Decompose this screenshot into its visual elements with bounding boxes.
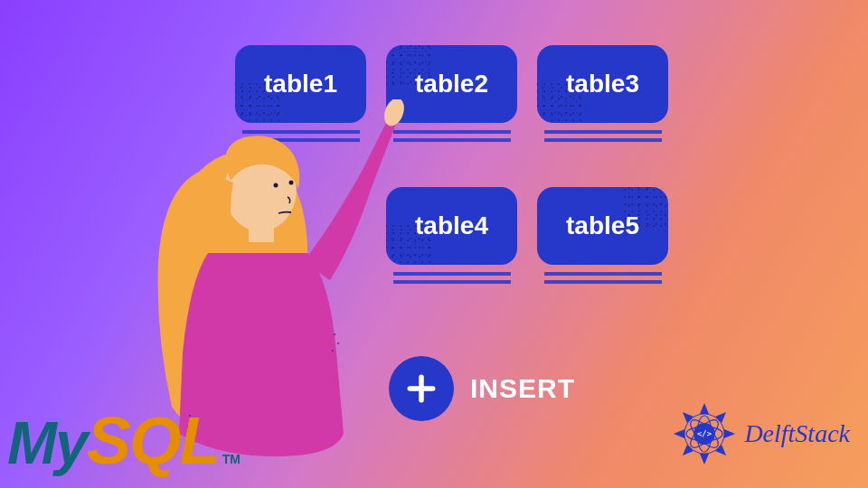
table-item: table3 — [537, 45, 668, 142]
table-underline — [544, 272, 662, 284]
delftstack-logo: </> DelftStack — [670, 399, 850, 468]
mandala-icon: </> — [670, 399, 739, 468]
table-card-3: table3 — [537, 45, 668, 123]
table-label: table3 — [566, 70, 639, 99]
table-label: table2 — [415, 70, 488, 99]
svg-text:</>: </> — [697, 429, 712, 438]
mysql-sql-text: SQL — [87, 402, 219, 479]
svg-point-8 — [381, 99, 408, 128]
svg-point-11 — [274, 183, 278, 188]
delftstack-text: DelftStack — [744, 419, 850, 448]
table-label: table5 — [566, 211, 639, 240]
table-label: table4 — [415, 211, 488, 240]
mysql-my-text: My — [7, 408, 87, 477]
table-item: table5 — [537, 187, 668, 284]
mysql-tm-text: TM — [222, 452, 241, 466]
svg-point-6 — [337, 343, 339, 344]
table-underline — [544, 130, 662, 142]
svg-point-7 — [332, 350, 334, 352]
table-label: table1 — [264, 70, 337, 99]
mysql-logo: My SQL TM — [7, 402, 241, 479]
svg-point-12 — [289, 181, 294, 185]
table-card-5: table5 — [537, 187, 668, 265]
svg-point-5 — [334, 333, 335, 335]
insert-label: INSERT — [470, 373, 575, 404]
